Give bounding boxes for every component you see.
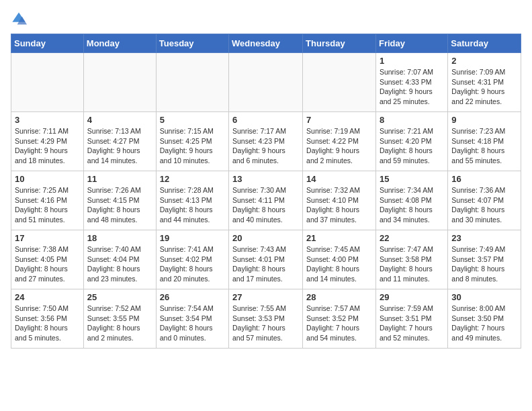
calendar-cell [83,53,156,112]
day-number: 7 [306,115,372,125]
day-number: 8 [380,115,444,125]
calendar-cell: 7Sunrise: 7:19 AM Sunset: 4:22 PM Daylig… [303,112,376,171]
day-info: Sunrise: 7:45 AM Sunset: 4:00 PM Dayligh… [306,244,372,284]
day-info: Sunrise: 7:54 AM Sunset: 3:54 PM Dayligh… [160,304,225,343]
calendar-cell: 26Sunrise: 7:54 AM Sunset: 3:54 PM Dayli… [156,289,228,349]
day-number: 19 [160,233,225,243]
day-info: Sunrise: 7:17 AM Sunset: 4:23 PM Dayligh… [232,126,299,166]
day-info: Sunrise: 7:52 AM Sunset: 3:55 PM Dayligh… [87,304,152,343]
day-number: 10 [15,174,80,184]
day-info: Sunrise: 7:34 AM Sunset: 4:08 PM Dayligh… [380,185,444,225]
day-info: Sunrise: 7:21 AM Sunset: 4:20 PM Dayligh… [380,126,444,166]
day-number: 18 [87,233,152,243]
calendar-cell: 17Sunrise: 7:38 AM Sunset: 4:05 PM Dayli… [11,230,84,289]
day-number: 25 [87,292,152,302]
day-number: 26 [160,292,225,302]
day-number: 28 [306,292,372,302]
calendar-header-friday: Friday [375,34,447,53]
calendar-cell: 21Sunrise: 7:45 AM Sunset: 4:00 PM Dayli… [303,230,376,289]
day-number: 29 [380,292,444,302]
calendar-week-row: 24Sunrise: 7:50 AM Sunset: 3:56 PM Dayli… [11,289,521,349]
calendar-cell: 12Sunrise: 7:28 AM Sunset: 4:13 PM Dayli… [156,171,228,230]
page-header [11,11,521,27]
calendar-cell: 25Sunrise: 7:52 AM Sunset: 3:55 PM Dayli… [83,289,156,349]
day-info: Sunrise: 7:32 AM Sunset: 4:10 PM Dayligh… [306,185,372,225]
calendar-cell: 27Sunrise: 7:55 AM Sunset: 3:53 PM Dayli… [229,289,303,349]
day-number: 17 [15,233,80,243]
calendar-table: SundayMondayTuesdayWednesdayThursdayFrid… [11,34,521,349]
calendar-cell [11,53,84,112]
day-number: 11 [87,174,152,184]
calendar-cell: 20Sunrise: 7:43 AM Sunset: 4:01 PM Dayli… [229,230,303,289]
day-info: Sunrise: 7:43 AM Sunset: 4:01 PM Dayligh… [232,244,299,284]
day-number: 16 [451,174,517,184]
day-info: Sunrise: 7:30 AM Sunset: 4:11 PM Dayligh… [232,185,299,225]
calendar-header-row: SundayMondayTuesdayWednesdayThursdayFrid… [11,34,521,53]
calendar-cell: 11Sunrise: 7:26 AM Sunset: 4:15 PM Dayli… [83,171,156,230]
day-number: 24 [15,292,80,302]
day-number: 12 [160,174,225,184]
day-info: Sunrise: 7:50 AM Sunset: 3:56 PM Dayligh… [15,304,80,343]
day-info: Sunrise: 7:47 AM Sunset: 3:58 PM Dayligh… [380,244,444,284]
calendar-cell: 5Sunrise: 7:15 AM Sunset: 4:25 PM Daylig… [156,112,228,171]
calendar-cell: 22Sunrise: 7:47 AM Sunset: 3:58 PM Dayli… [375,230,447,289]
calendar-cell [229,53,303,112]
calendar-cell: 24Sunrise: 7:50 AM Sunset: 3:56 PM Dayli… [11,289,84,349]
day-info: Sunrise: 7:36 AM Sunset: 4:07 PM Dayligh… [451,185,517,225]
day-info: Sunrise: 7:59 AM Sunset: 3:51 PM Dayligh… [380,304,444,343]
day-info: Sunrise: 8:00 AM Sunset: 3:50 PM Dayligh… [451,304,517,343]
day-number: 21 [306,233,372,243]
calendar-cell: 15Sunrise: 7:34 AM Sunset: 4:08 PM Dayli… [375,171,447,230]
day-number: 30 [451,292,517,302]
day-number: 4 [87,115,152,125]
day-number: 22 [380,233,444,243]
day-number: 1 [380,56,444,66]
day-info: Sunrise: 7:09 AM Sunset: 4:31 PM Dayligh… [451,67,517,107]
calendar-cell: 19Sunrise: 7:41 AM Sunset: 4:02 PM Dayli… [156,230,228,289]
day-info: Sunrise: 7:13 AM Sunset: 4:27 PM Dayligh… [87,126,152,166]
calendar-cell: 23Sunrise: 7:49 AM Sunset: 3:57 PM Dayli… [448,230,521,289]
day-number: 20 [232,233,299,243]
calendar-cell: 29Sunrise: 7:59 AM Sunset: 3:51 PM Dayli… [375,289,447,349]
calendar-cell: 3Sunrise: 7:11 AM Sunset: 4:29 PM Daylig… [11,112,84,171]
day-info: Sunrise: 7:40 AM Sunset: 4:04 PM Dayligh… [87,244,152,284]
calendar-cell: 10Sunrise: 7:25 AM Sunset: 4:16 PM Dayli… [11,171,84,230]
logo-icon [11,11,27,27]
calendar-cell: 30Sunrise: 8:00 AM Sunset: 3:50 PM Dayli… [448,289,521,349]
day-number: 14 [306,174,372,184]
day-info: Sunrise: 7:25 AM Sunset: 4:16 PM Dayligh… [15,185,80,225]
day-info: Sunrise: 7:23 AM Sunset: 4:18 PM Dayligh… [451,126,517,166]
day-number: 15 [380,174,444,184]
calendar-cell: 13Sunrise: 7:30 AM Sunset: 4:11 PM Dayli… [229,171,303,230]
calendar-cell: 9Sunrise: 7:23 AM Sunset: 4:18 PM Daylig… [448,112,521,171]
calendar-cell: 28Sunrise: 7:57 AM Sunset: 3:52 PM Dayli… [303,289,376,349]
day-info: Sunrise: 7:07 AM Sunset: 4:33 PM Dayligh… [380,67,444,107]
calendar-header-monday: Monday [83,34,156,53]
day-info: Sunrise: 7:55 AM Sunset: 3:53 PM Dayligh… [232,304,299,343]
day-number: 5 [160,115,225,125]
calendar-week-row: 3Sunrise: 7:11 AM Sunset: 4:29 PM Daylig… [11,112,521,171]
day-info: Sunrise: 7:11 AM Sunset: 4:29 PM Dayligh… [15,126,80,166]
day-info: Sunrise: 7:15 AM Sunset: 4:25 PM Dayligh… [160,126,225,166]
calendar-cell [156,53,228,112]
day-info: Sunrise: 7:38 AM Sunset: 4:05 PM Dayligh… [15,244,80,284]
calendar-week-row: 17Sunrise: 7:38 AM Sunset: 4:05 PM Dayli… [11,230,521,289]
day-info: Sunrise: 7:49 AM Sunset: 3:57 PM Dayligh… [451,244,517,284]
day-number: 6 [232,115,299,125]
calendar-cell: 2Sunrise: 7:09 AM Sunset: 4:31 PM Daylig… [448,53,521,112]
day-info: Sunrise: 7:28 AM Sunset: 4:13 PM Dayligh… [160,185,225,225]
day-info: Sunrise: 7:19 AM Sunset: 4:22 PM Dayligh… [306,126,372,166]
day-info: Sunrise: 7:41 AM Sunset: 4:02 PM Dayligh… [160,244,225,284]
calendar-header-wednesday: Wednesday [229,34,303,53]
day-number: 23 [451,233,517,243]
day-number: 2 [451,56,517,66]
logo [11,11,30,27]
calendar-cell: 18Sunrise: 7:40 AM Sunset: 4:04 PM Dayli… [83,230,156,289]
calendar-header-tuesday: Tuesday [156,34,228,53]
calendar-cell [303,53,376,112]
day-number: 9 [451,115,517,125]
calendar-cell: 6Sunrise: 7:17 AM Sunset: 4:23 PM Daylig… [229,112,303,171]
calendar-cell: 14Sunrise: 7:32 AM Sunset: 4:10 PM Dayli… [303,171,376,230]
calendar-cell: 8Sunrise: 7:21 AM Sunset: 4:20 PM Daylig… [375,112,447,171]
day-number: 3 [15,115,80,125]
